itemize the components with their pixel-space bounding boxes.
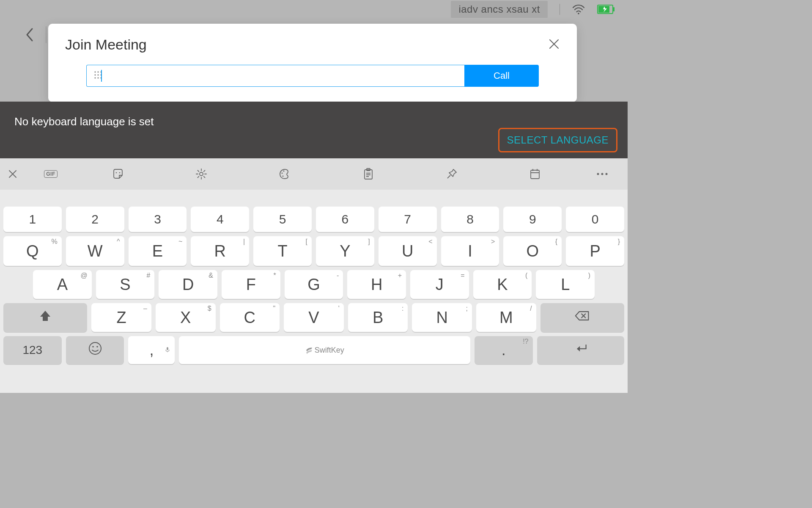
key-sup: – [143, 305, 147, 312]
svg-point-13 [115, 172, 117, 174]
keyboard-row-zxcv: Z–X$C"V'B:N;M/ [3, 303, 624, 332]
key-sup: ( [525, 272, 527, 279]
key-9[interactable]: 9 [503, 207, 562, 232]
key-x[interactable]: X$ [156, 303, 216, 332]
key-2[interactable]: 2 [66, 207, 124, 232]
emoji-key[interactable] [66, 336, 124, 364]
key-1[interactable]: 1 [3, 207, 62, 232]
svg-point-15 [200, 172, 203, 176]
space-label: SwiftKey [305, 346, 344, 355]
key-sup: " [273, 305, 275, 312]
svg-point-5 [97, 71, 99, 72]
key-d[interactable]: D& [159, 270, 217, 299]
more-button[interactable] [577, 172, 628, 176]
key-sup: = [461, 272, 464, 279]
emoji-icon [88, 341, 102, 359]
svg-point-17 [283, 171, 285, 172]
key-sup: # [146, 272, 150, 279]
key-z[interactable]: Z– [91, 303, 151, 332]
space-key[interactable]: SwiftKey [179, 336, 470, 364]
key-u[interactable]: U< [379, 236, 437, 266]
svg-point-18 [283, 176, 284, 177]
key-v[interactable]: V' [284, 303, 344, 332]
key-g[interactable]: G- [285, 270, 343, 299]
divider [560, 4, 560, 15]
key-8[interactable]: 8 [441, 207, 499, 232]
calendar-button[interactable] [494, 168, 577, 180]
key-sup: ' [338, 305, 340, 312]
key-p[interactable]: P} [566, 236, 624, 266]
key-n[interactable]: N; [412, 303, 472, 332]
theme-button[interactable] [243, 168, 326, 180]
key-7[interactable]: 7 [379, 207, 437, 232]
comma-key[interactable]: , [128, 336, 175, 364]
svg-point-22 [597, 173, 599, 175]
key-sup: ^ [117, 238, 120, 246]
key-o[interactable]: O{ [503, 236, 562, 266]
svg-point-10 [94, 77, 96, 78]
backspace-key[interactable] [540, 303, 624, 332]
call-button[interactable]: Call [464, 65, 539, 87]
key-sup: * [273, 272, 276, 279]
settings-button[interactable] [159, 168, 243, 180]
key-j[interactable]: J= [410, 270, 469, 299]
meeting-id-field[interactable] [108, 71, 464, 81]
svg-point-26 [92, 346, 94, 348]
keyboard-row-qwerty: Q%W^E~R|T[Y]U<I>O{P} [3, 236, 624, 266]
numbers-mode-key[interactable]: 123 [3, 336, 62, 364]
key-4[interactable]: 4 [191, 207, 249, 232]
key-b[interactable]: B: [348, 303, 408, 332]
key-sup: ) [588, 272, 590, 279]
close-button[interactable] [548, 38, 560, 52]
key-6[interactable]: 6 [316, 207, 374, 232]
enter-key[interactable] [537, 336, 625, 364]
join-meeting-card: Join Meeting Call [48, 24, 577, 102]
keyboard-row-asdf: A@S#D&F*G-H+J=K(L) [3, 270, 624, 299]
wifi-icon [572, 3, 585, 16]
key-t[interactable]: T[ [253, 236, 312, 266]
period-label: . [502, 341, 506, 359]
meeting-id-input[interactable] [86, 65, 464, 87]
enter-icon [573, 341, 588, 360]
key-l[interactable]: L) [536, 270, 595, 299]
key-m[interactable]: M/ [476, 303, 536, 332]
key-a[interactable]: A@ [33, 270, 92, 299]
key-sup: ] [368, 238, 370, 246]
gif-button[interactable]: GIF [25, 170, 76, 178]
key-k[interactable]: K( [473, 270, 532, 299]
keyboard-close-button[interactable] [0, 169, 25, 179]
svg-point-23 [601, 173, 603, 175]
key-5[interactable]: 5 [253, 207, 312, 232]
select-language-button[interactable]: SELECT LANGUAGE [498, 128, 617, 152]
key-f[interactable]: F* [222, 270, 280, 299]
sticker-button[interactable] [76, 168, 159, 180]
key-w[interactable]: W^ [66, 236, 124, 266]
status-label: iadv ancs xsau xt [451, 1, 548, 18]
key-h[interactable]: H+ [347, 270, 406, 299]
key-0[interactable]: 0 [566, 207, 624, 232]
mic-icon [165, 339, 170, 356]
key-i[interactable]: I> [441, 236, 499, 266]
key-s[interactable]: S# [96, 270, 155, 299]
key-3[interactable]: 3 [129, 207, 187, 232]
key-q[interactable]: Q% [3, 236, 62, 266]
svg-point-7 [94, 74, 96, 75]
key-y[interactable]: Y] [316, 236, 374, 266]
pin-button[interactable] [410, 168, 493, 180]
key-sup: < [428, 238, 432, 246]
key-c[interactable]: C" [220, 303, 280, 332]
svg-point-27 [96, 346, 98, 348]
svg-point-0 [578, 13, 579, 14]
clipboard-button[interactable] [326, 168, 410, 180]
period-key[interactable]: . !? [475, 336, 533, 364]
svg-point-11 [97, 77, 99, 78]
key-r[interactable]: R| [191, 236, 249, 266]
numbers-label: 123 [22, 343, 42, 357]
shift-key[interactable] [3, 303, 87, 332]
key-sup: - [337, 272, 339, 279]
back-button[interactable] [21, 26, 38, 43]
key-sup: ~ [178, 238, 182, 246]
keyboard-toolbar: GIF [0, 158, 628, 190]
keyboard-row-bottom: 123 , SwiftKey . [3, 336, 624, 364]
key-e[interactable]: E~ [129, 236, 187, 266]
